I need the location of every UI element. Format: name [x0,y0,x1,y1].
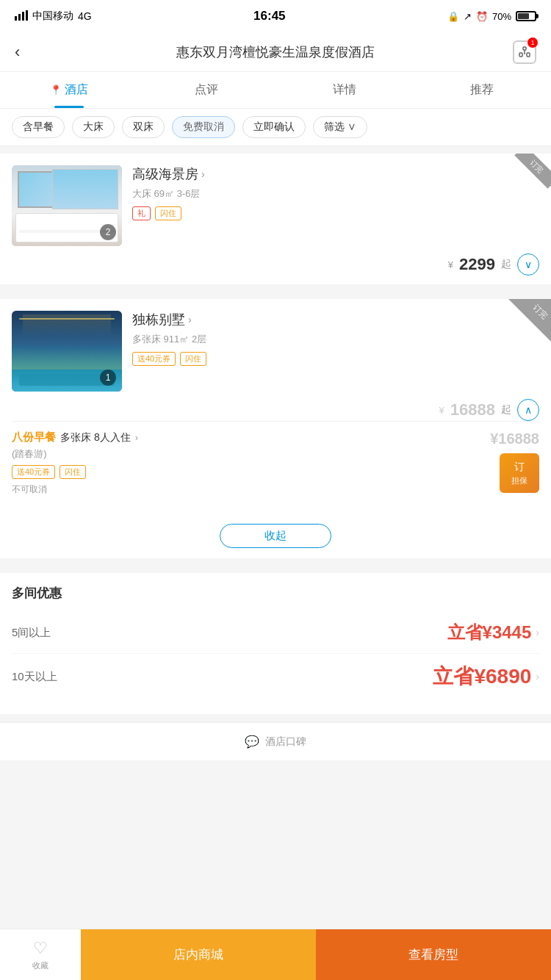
filter-free-cancel[interactable]: 免费取消 [172,116,235,138]
option-cancel: 不可取消 [12,483,490,496]
shop-button[interactable]: 店内商城 [81,929,316,980]
room-price-suffix-2: 起 [501,403,511,417]
carrier-label: 中国移动 [32,10,73,23]
room-info-1: 高级海景房 › 大床 69㎡ 3-6层 礼 闪住 [132,165,539,246]
option-tags: 送40元券 闪住 [12,465,490,479]
status-time: 16:45 [253,9,285,24]
room-desc-1: 大床 69㎡ 3-6层 [132,187,539,201]
filter-more[interactable]: 筛选 ∨ [313,116,367,138]
battery-icon [516,11,536,21]
status-bar: 中国移动 4G 16:45 🔒 ↗ ⏰ 70% [0,0,551,32]
battery-label: 70% [492,11,511,22]
rooms-label: 查看房型 [408,946,458,963]
option-tag-voucher: 送40元券 [12,465,55,479]
room-name-2[interactable]: 独栋别墅 › [132,311,539,328]
room-tag-flash2: 闪住 [180,352,206,366]
option-breakfast: 八份早餐 [12,430,56,444]
image-count-1: 2 [100,224,116,240]
discount-row-2[interactable]: 10天以上 立省¥6890 › [12,654,539,699]
room-option-1: 八份早餐 多张床 8人入住 › (踏春游) 送40元券 闪住 不可取消 ¥168… [12,421,539,505]
filter-breakfast[interactable]: 含早餐 [12,116,65,138]
discount-label-1: 5间以上 [12,626,51,640]
header-title: 惠东双月湾檀悦豪生温泉度假酒店 [44,43,507,61]
tab-hotel[interactable]: 📍 酒店 [0,72,138,108]
discount-arrow-1: › [536,627,539,638]
filter-king[interactable]: 大床 [72,116,115,138]
tab-hotel-label: 酒店 [65,82,88,98]
discount-row-1[interactable]: 5间以上 立省¥3445 › [12,612,539,654]
room-price-row-2: ¥ 16888 起 ∧ [0,399,551,421]
header: ‹ 惠东双月湾檀悦豪生温泉度假酒店 1 [0,32,551,72]
tab-review[interactable]: 点评 [138,72,276,108]
option-bed-info: 多张床 8人入住 [60,431,131,444]
option-right: ¥16888 订 担保 [490,430,539,493]
rooms-button[interactable]: 查看房型 [316,929,551,980]
tab-recommend[interactable]: 推荐 [414,72,552,108]
tab-recommend-label: 推荐 [470,82,494,98]
room-card-1: 订完 2 高级海景房 › 大床 69㎡ 3-6层 礼 闪住 [0,154,551,284]
location-icon: ↗ [464,11,472,22]
booked-corner-2: 订完 [507,299,551,343]
collapse-section: 收起 [0,514,551,558]
favorite-button[interactable]: ♡ 收藏 [0,929,81,980]
room-price-value-2: 16888 [450,400,495,419]
room-tag-gift: 礼 [132,206,151,220]
signal-icon [15,10,28,23]
room-name-1[interactable]: 高级海景房 › [132,165,539,183]
room-info-2: 独栋别墅 › 多张床 911㎡ 2层 送40元券 闪住 [132,311,539,392]
discount-value-2: 立省¥6890 [433,663,531,691]
discount-label-2: 10天以上 [12,670,57,684]
option-arrow: › [135,432,138,443]
option-title[interactable]: 八份早餐 多张床 8人入住 › [12,430,490,444]
discount-title: 多间优惠 [12,585,539,602]
svg-rect-6 [519,53,522,57]
collapse-button-2[interactable]: ∧ [517,399,539,421]
option-left: 八份早餐 多张床 8人入住 › (踏春游) 送40元券 闪住 不可取消 [12,430,490,496]
room-card-2: 订完 1 独栋别墅 › 多张床 911㎡ 2层 送40元券 闪住 [0,299,551,558]
room-card-1-header: 2 高级海景房 › 大床 69㎡ 3-6层 礼 闪住 [0,154,551,246]
tab-detail[interactable]: 详情 [276,72,414,108]
booked-label-1: 订完 [514,154,551,189]
svg-rect-1 [18,14,21,21]
room-name-arrow-2: › [188,314,192,325]
room-card-2-header: 1 独栋别墅 › 多张床 911㎡ 2层 送40元券 闪住 [0,299,551,392]
room-image-1[interactable]: 2 [12,165,122,246]
filter-instant[interactable]: 立即确认 [242,116,306,138]
tab-review-label: 点评 [195,82,218,98]
book-label: 订 [514,461,525,474]
tab-detail-label: 详情 [333,82,356,98]
heart-icon: ♡ [33,939,48,958]
room-tags-2: 送40元券 闪住 [132,352,539,366]
room-price-2: ¥ [439,405,444,416]
option-price: ¥16888 [490,430,539,447]
svg-rect-0 [15,16,17,21]
svg-rect-4 [523,47,526,50]
hotel-tab-icon: 📍 [50,84,62,96]
lock-icon: 🔒 [447,11,459,22]
room-desc-2: 多张床 911㎡ 2层 [132,333,539,346]
svg-rect-2 [22,12,24,21]
collapse-button[interactable]: 收起 [220,524,331,548]
share-button[interactable]: 1 [507,40,536,64]
expand-button-1[interactable]: ∨ [517,253,539,275]
wom-label: 酒店口碑 [265,735,306,749]
network-label: 4G [78,10,92,22]
room-image-2[interactable]: 1 [12,311,122,392]
room-price-1: ¥ [448,259,453,270]
status-right: 🔒 ↗ ⏰ 70% [447,11,536,22]
bottom-bar: ♡ 收藏 店内商城 查看房型 [0,929,551,980]
wom-icon: 💬 [245,735,259,749]
filter-bar: 含早餐 大床 双床 免费取消 立即确认 筛选 ∨ [0,109,551,146]
booked-corner-1: 订完 [507,154,551,198]
room-price-value-1: 2299 [459,255,495,274]
back-button[interactable]: ‹ [15,43,44,62]
filter-twin[interactable]: 双床 [122,116,165,138]
fav-label: 收藏 [32,960,48,971]
status-left: 中国移动 4G [15,10,92,23]
book-button[interactable]: 订 担保 [500,453,539,493]
shop-label: 店内商城 [173,946,223,963]
wom-section: 💬 酒店口碑 [0,722,551,760]
svg-rect-7 [527,53,530,57]
svg-rect-3 [26,10,28,21]
tab-bar: 📍 酒店 点评 详情 推荐 [0,72,551,109]
